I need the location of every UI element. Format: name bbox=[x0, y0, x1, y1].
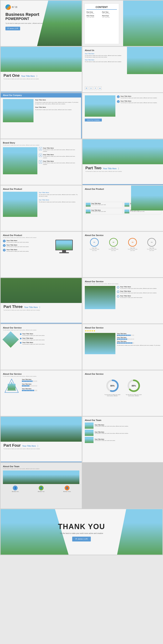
circle-sub-4: Try the best to make your work bbox=[146, 248, 157, 251]
sd-desc-3: Try the best to make your work more acti… bbox=[22, 344, 45, 345]
service-stars-heading: About Our Service bbox=[85, 326, 161, 329]
sq-filled bbox=[24, 390, 25, 391]
part-one-subtitle: Your Title Here bbox=[21, 75, 35, 77]
bottom-accent bbox=[0, 92, 82, 92]
part-four-title: Part Four bbox=[4, 443, 21, 448]
pm-text-3: Your Title Here Try the best to make you… bbox=[6, 249, 29, 252]
product-grid-item-1: Your Title Here Try the best to make you… bbox=[85, 202, 122, 208]
cta-button[interactable]: 开 James | 公司 bbox=[6, 27, 20, 30]
bar-empty bbox=[128, 338, 129, 340]
sq-filled bbox=[33, 390, 34, 391]
thankyou-content: THANK YOU Try the best to make your work… bbox=[0, 509, 162, 555]
sd-desc-2: Try the best to make your work more acti… bbox=[22, 339, 45, 341]
tri-title-3: Your Title Here bbox=[22, 388, 79, 390]
bar-empty bbox=[132, 342, 134, 344]
brand-title-3: Your Title Here bbox=[43, 160, 79, 162]
team-text-3: Your Title Here Try the best to make you… bbox=[95, 438, 116, 441]
part-one-text-area: Part One Your Title Here ⟩ Try the best … bbox=[0, 72, 82, 81]
part-two-subtitle: Your Title Here bbox=[103, 168, 116, 170]
slide-5-about-company: About Our Company Your Title Here Try th… bbox=[0, 93, 82, 139]
icon-3: ✦ bbox=[94, 86, 97, 90]
slide-8-part-two: Part Two Your Title Here ⟩ Try the best … bbox=[82, 139, 163, 185]
service-dot-2 bbox=[117, 290, 119, 293]
part-two-desc: Try the best to make your work more acti… bbox=[85, 171, 161, 172]
circle-1: 01 bbox=[90, 238, 99, 247]
brand-text-2: Your Title Here Try the best to make you… bbox=[43, 154, 79, 159]
slide-7-brand-story: Brand Story Try the best to make your wo… bbox=[0, 139, 82, 185]
thankyou-button[interactable]: 开 James | 公司 bbox=[72, 537, 90, 542]
icon-2: ◎ bbox=[89, 86, 93, 90]
donut-svg-2: 88% bbox=[127, 379, 140, 392]
monitor-screen bbox=[55, 240, 73, 250]
company-header: About Our Company bbox=[0, 93, 82, 98]
team-member-3: 👤 Member Three bbox=[54, 486, 79, 492]
bar-empty bbox=[132, 338, 134, 340]
company2-item-text-1: Your Title Here Try the best to make you… bbox=[120, 95, 157, 99]
company2-title2: Your Title Here bbox=[120, 100, 157, 102]
logo-text: 澳门圆 bbox=[12, 6, 18, 8]
service-diamond-heading: About Our Service bbox=[3, 326, 79, 329]
service-item-3: Your Title Here Try the best to make you… bbox=[117, 295, 161, 298]
bar-filled bbox=[119, 335, 120, 336]
bar-filled bbox=[120, 335, 122, 336]
pm-item-3: 3 Your Title Here Try the best to make y… bbox=[3, 249, 47, 252]
about-company-button[interactable]: About Our Company bbox=[85, 118, 102, 122]
service-body: Your Title Here Try the best to make you… bbox=[85, 286, 161, 309]
pm-text-1: Your Title Here Try the best to make you… bbox=[6, 240, 29, 243]
sq-filled bbox=[30, 390, 31, 391]
part-two-photo bbox=[82, 139, 163, 164]
sq-filled bbox=[25, 390, 26, 391]
brand-item-2: ◈ Your Title Here Try the best to make y… bbox=[39, 154, 79, 159]
pm-desc-1: Try the best to make your work more acti… bbox=[6, 242, 29, 243]
product-img-3 bbox=[86, 210, 90, 214]
tri-item-2: Your Title Here bbox=[22, 384, 79, 386]
bottom-accent-4 bbox=[0, 462, 82, 462]
service-stars-items: Your Title Here Your bbox=[117, 333, 161, 354]
brand-title-1: Your Title Here bbox=[43, 147, 79, 149]
company-body: Your Title Here Try the best to make you… bbox=[0, 98, 82, 124]
slide-11-product-monitor: About Our Product Try the best to make y… bbox=[0, 232, 82, 278]
part-four-desc: Try the best to make your work more acti… bbox=[4, 448, 79, 450]
team-desc-1: Try the best to make your work more acti… bbox=[95, 426, 128, 427]
team-text-2: Your Title Here Try the best to make you… bbox=[95, 432, 128, 434]
circle-sub-3: Try the best to make your work bbox=[127, 248, 138, 251]
diamond-wrap bbox=[3, 332, 18, 347]
product-item-2: Our Title Here Try the best to make your… bbox=[39, 199, 79, 203]
company2-item-2: ▲ Your Title Here Try the best to make y… bbox=[117, 100, 161, 104]
svg-text:88%: 88% bbox=[132, 384, 136, 387]
pm-num-2: 2 bbox=[3, 244, 6, 247]
service-circles-heading: About Our Service bbox=[85, 234, 161, 236]
sq-filled bbox=[28, 390, 30, 391]
about-us-content: Your Title Here Try the best to make you… bbox=[85, 53, 123, 62]
bar-filled bbox=[122, 335, 124, 336]
brand-photo bbox=[3, 147, 37, 174]
triangle-svg bbox=[4, 378, 19, 394]
service-text-3: Your Title Here Try the best to make you… bbox=[120, 295, 142, 298]
part-three-chevron: ⟩ bbox=[39, 306, 40, 308]
team-body: Your Title Here Try the best to make you… bbox=[85, 422, 161, 443]
brand-heading: Brand Story bbox=[3, 142, 79, 144]
donut-text-1: Try the best to make your work more acti… bbox=[104, 394, 121, 396]
pm-item-1: 1 Your Title Here Try the best to make y… bbox=[3, 240, 47, 243]
slide-4-about-us: About Us Your Title Here Try the best to… bbox=[82, 46, 163, 92]
pm-title-1: Your Title Here bbox=[6, 240, 29, 242]
part-three-text-area: Part Three Your Title Here ⟩ Try the bes… bbox=[0, 303, 82, 312]
part-four-subtitle: Your Title Here bbox=[22, 445, 36, 447]
sd-title-3: Your Title Here bbox=[22, 342, 45, 344]
service-stars-body: Your Title Here Your bbox=[85, 333, 161, 354]
team-text-1: Your Title Here Try the best to make you… bbox=[95, 424, 128, 427]
member-name-2: Member Two bbox=[29, 491, 54, 492]
dot-icon-1: ▲ bbox=[117, 95, 120, 98]
company2-desc2: Try the best to make your work more acti… bbox=[120, 102, 157, 104]
team-heading: About Our Team bbox=[85, 419, 161, 421]
monitor-base bbox=[59, 252, 69, 253]
company-text2: Try the best to make your work more acti… bbox=[35, 109, 79, 110]
service-item-2: Your Title Here Try the best to make you… bbox=[117, 290, 161, 294]
company2-title1: Your Title Here bbox=[120, 95, 157, 97]
part-one-text: Your Title Here bbox=[86, 13, 101, 14]
brand-title-2: Your Title Here bbox=[43, 154, 79, 156]
service-tri-items: Your Title Here Your bbox=[22, 379, 79, 393]
donut-body: 80% Try the best to make your work more … bbox=[85, 379, 161, 396]
company2-item-text-2: Your Title Here Try the best to make you… bbox=[120, 100, 157, 104]
part-three-text: Your Title Here bbox=[86, 17, 101, 18]
